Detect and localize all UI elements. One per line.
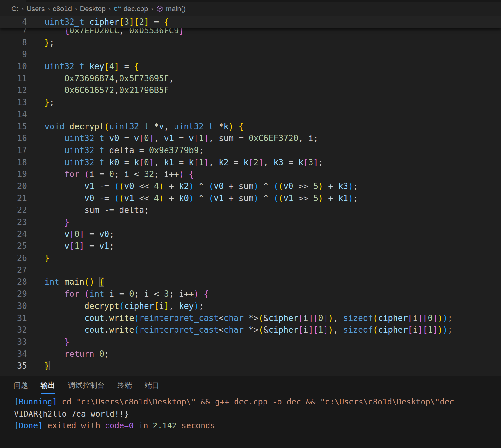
code-line-9[interactable]: 9 [0,49,501,61]
line-number[interactable]: 26 [0,252,27,264]
line-number[interactable]: 27 [0,264,27,276]
code-token: ( [209,193,214,203]
panel-tab-inactive[interactable]: 端口 [145,380,159,394]
code-line-24[interactable]: 24 v[0] = v0; [0,228,501,241]
code-token: ) [254,193,259,203]
code-line-12[interactable]: 12 0x6C616572,0x21796B5F [0,85,501,97]
line-number[interactable]: 8 [0,37,27,49]
line-number[interactable]: 32 [0,324,27,336]
code-token: = [119,133,134,143]
line-number[interactable]: 29 [0,288,27,300]
code-line-15[interactable]: 15void decrypt(uint32_t *v, uint32_t *k)… [0,121,501,133]
code-line-34[interactable]: 34 return 0; [0,348,501,360]
output-console[interactable]: [Running] cd "c:\Users\c8o1d\Desktop\" &… [0,396,501,432]
breadcrumb-item-main[interactable]: main() [156,5,186,13]
breadcrumb-item-c8o1d[interactable]: c8o1d [53,5,72,13]
code-token: cipher [268,313,298,323]
code-token: 5 [313,193,318,203]
code-token: , [209,158,219,167]
code-line-28[interactable]: 28int main() { [0,276,501,288]
line-number[interactable]: 25 [0,240,27,252]
code-token: v0 [109,133,119,143]
code-token: { [189,169,194,179]
code-line-33[interactable]: 33 } [0,336,501,348]
code-line-10[interactable]: 10uint32_t key[4] = { [0,61,501,73]
line-number[interactable]: 13 [0,97,27,109]
code-token [45,85,65,95]
code-token: ; [199,301,204,311]
line-number[interactable]: 17 [0,145,27,157]
code-line-30[interactable]: 30 decrypt(cipher[i], key); [0,300,501,312]
line-number[interactable]: 11 [0,73,27,85]
code-token: sizeof [343,313,373,323]
code-token: << [134,181,154,191]
line-number[interactable]: 9 [0,49,27,61]
line-number[interactable]: 24 [0,228,27,241]
breadcrumb-item-desktop[interactable]: Desktop [80,5,106,13]
code-token: 0x9e3779b9 [149,146,199,155]
line-number[interactable]: 33 [0,336,27,348]
code-token: v [189,133,194,143]
code-token: 0x6C616572 [65,85,114,95]
code-line-21[interactable]: 21 v0 -= ((v1 << 4) + k0) ^ (v1 + sum) ^… [0,193,501,205]
code-line-14[interactable]: 14 [0,109,501,121]
line-number[interactable]: 34 [0,348,27,360]
line-number[interactable]: 15 [0,121,27,133]
code-token: ( [373,313,378,323]
code-token: sum -= delta; [45,205,149,215]
code-token: int [89,289,104,299]
code-line-18[interactable]: 18 uint32_t k0 = k[0], k1 = k[1], k2 = k… [0,157,501,169]
code-line-13[interactable]: 13}; [0,97,501,109]
sticky-line-4[interactable]: 4 uint32_t cipher[3][2] = { [0,16,501,28]
code-line-20[interactable]: 20 v1 -= ((v0 << 4) + k2) ^ (v0 + sum) ^… [0,180,501,193]
line-number[interactable]: 19 [0,168,27,180]
code-line-25[interactable]: 25 v[1] = v1; [0,240,501,252]
line-number[interactable]: 23 [0,216,27,228]
line-number[interactable]: 21 [0,193,27,205]
code-line-29[interactable]: 29 for (int i = 0; i < 3; i++) { [0,288,501,300]
code-line-27[interactable]: 27 [0,264,501,276]
line-number[interactable]: 16 [0,132,27,145]
line-number[interactable]: 22 [0,204,27,216]
code-line-11[interactable]: 11 0x73696874,0x5F73695F, [0,73,501,85]
breadcrumb-item-users[interactable]: Users [26,5,45,13]
line-number[interactable]: 10 [0,61,27,73]
code-token: for [65,169,79,179]
sticky-line-code: uint32_t cipher[3][2] = { [27,16,169,28]
line-number[interactable]: 18 [0,157,27,169]
code-token: ^ [258,181,273,191]
line-number[interactable]: 31 [0,312,27,324]
code-line-19[interactable]: 19 for (i = 0; i < 32; i++) { [0,168,501,180]
breadcrumb-item-deccpp[interactable]: C++dec.cpp [113,5,148,13]
code-line-35[interactable]: 35} [0,360,501,372]
code-line-31[interactable]: 31 cout.write(reinterpret_cast<char *>(&… [0,312,501,324]
line-number[interactable]: 35 [0,360,27,372]
code-token: . [104,313,109,323]
line-number[interactable]: 12 [0,85,27,97]
code-text: v0 -= ((v1 << 4) + k0) ^ (v1 + sum) ^ ((… [27,193,358,205]
code-line-17[interactable]: 17 uint32_t delta = 0x9e3779b9; [0,145,501,157]
code-line-22[interactable]: 22 sum -= delta; [0,204,501,216]
code-line-8[interactable]: 8}; [0,37,501,49]
panel-tab-active[interactable]: 输出 [41,380,55,394]
code-token: ] [418,325,423,335]
line-number[interactable]: 20 [0,180,27,193]
breadcrumb-item-c[interactable]: C: [11,5,18,13]
line-number[interactable]: 28 [0,276,27,288]
code-editor[interactable]: 7 {0x7EFD20CC, 0xD5536FC9}8};910uint32_t… [0,0,501,376]
code-token: delta = [104,146,149,155]
code-line-26[interactable]: 26} [0,252,501,264]
panel-tab-inactive[interactable]: 终端 [117,380,132,394]
breadcrumb-separator-icon: › [151,5,153,13]
code-line-16[interactable]: 16 uint32_t v0 = v[0], v1 = v[1], sum = … [0,132,501,145]
line-number[interactable]: 14 [0,109,27,121]
code-token: k [134,158,139,167]
panel-tab-inactive[interactable]: 问题 [13,380,28,394]
code-token: reinterpret_cast [139,313,218,323]
code-token: , [264,158,273,167]
code-text: uint32_t delta = 0x9e3779b9; [27,145,204,157]
code-line-32[interactable]: 32 cout.write(reinterpret_cast<char *>(&… [0,324,501,336]
panel-tab-inactive[interactable]: 调试控制台 [68,380,105,394]
code-line-23[interactable]: 23 } [0,216,501,228]
line-number[interactable]: 30 [0,300,27,312]
